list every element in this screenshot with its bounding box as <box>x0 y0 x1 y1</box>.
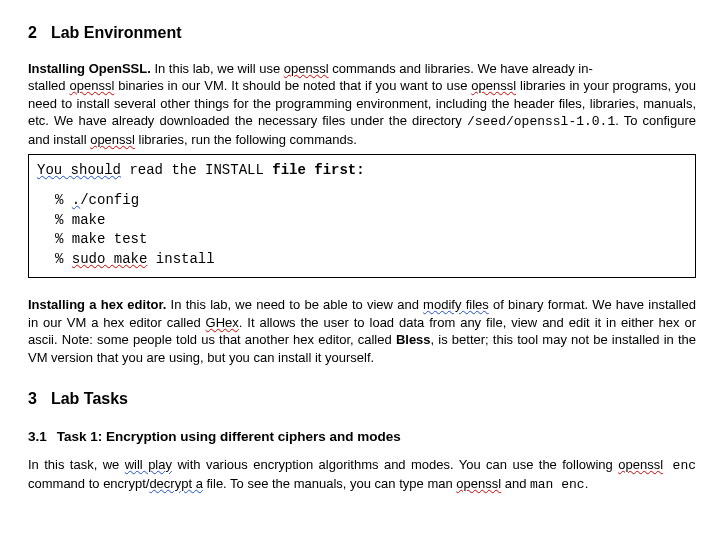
phrase-modify-files: modify files <box>423 297 489 312</box>
word-openssl: openssl <box>90 132 135 147</box>
cmd-man-enc: man enc <box>530 477 585 492</box>
section-3-title: Lab Tasks <box>51 390 128 407</box>
section-2-title: Lab Environment <box>51 24 182 41</box>
section-2-number: 2 <box>28 24 37 41</box>
cmd-config: % ./config <box>37 191 687 211</box>
word-openssl: openssl <box>284 61 329 76</box>
phrase-decrypt-a: decrypt a <box>149 476 202 491</box>
path-openssl: /seed/openssl-1.0.1 <box>467 114 615 129</box>
section-3-heading: 3Lab Tasks <box>28 388 696 410</box>
code-box-install: You should read the INSTALL file first: … <box>28 154 696 278</box>
para-task1: In this task, we will play with various … <box>28 456 696 493</box>
para-openssl-install: Installing OpenSSL. In this lab, we will… <box>28 60 696 149</box>
lead-openssl: Installing OpenSSL. <box>28 61 151 76</box>
section-2-heading: 2Lab Environment <box>28 22 696 44</box>
section-3-number: 3 <box>28 390 37 407</box>
phrase-you-should: You should <box>37 162 121 178</box>
cmd-make: % make <box>37 211 687 231</box>
word-bless: Bless <box>396 332 431 347</box>
lead-hexeditor: Installing a hex editor. <box>28 297 166 312</box>
cmd-make-test: % make test <box>37 230 687 250</box>
word-openssl: openssl <box>471 78 516 93</box>
cmd-sudo-make-install: % sudo make install <box>37 250 687 270</box>
word-openssl: openssl <box>69 78 114 93</box>
section-3-1-number: 3.1 <box>28 429 47 444</box>
section-3-1-title: Task 1: Encryption using different ciphe… <box>57 429 401 444</box>
word-openssl: openssl <box>456 476 501 491</box>
word-ghex: GHex <box>206 315 239 330</box>
word-openssl: openssl <box>618 457 663 472</box>
phrase-will-play: will play <box>125 457 172 472</box>
para-hex-editor: Installing a hex editor. In this lab, we… <box>28 296 696 366</box>
code-intro: You should read the INSTALL file first: <box>37 161 687 181</box>
section-3-1-heading: 3.1Task 1: Encryption using different ci… <box>28 428 696 446</box>
